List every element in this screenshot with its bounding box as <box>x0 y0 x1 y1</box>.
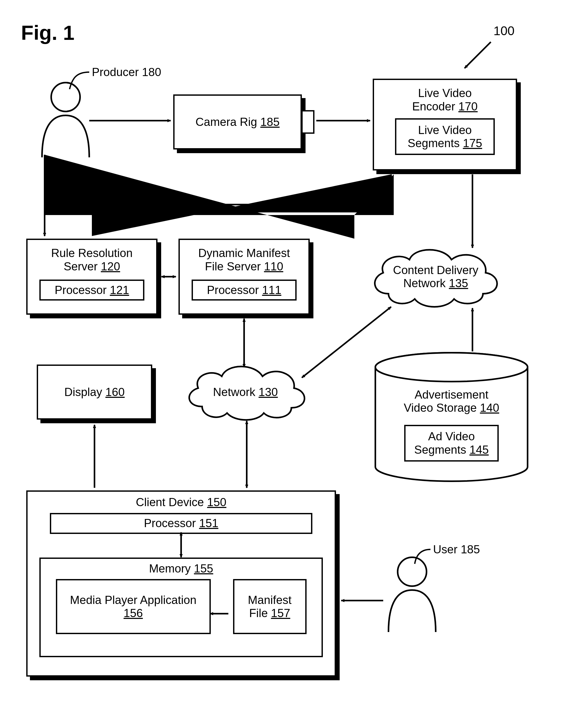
mpa-num: 156 <box>124 607 143 620</box>
rule-server-label-2: Server <box>63 260 98 273</box>
ad-seg-label-1: Ad Video <box>428 430 475 443</box>
manifest-file-box: Manifest File 157 <box>233 579 307 634</box>
mpa-label: Media Player Application <box>70 593 196 607</box>
display-label: Display <box>64 386 102 398</box>
cdn-label-2: Network <box>403 277 445 290</box>
producer-label: Producer 180 <box>92 66 161 79</box>
ref-100: 100 <box>494 24 514 38</box>
svg-point-3 <box>398 557 427 586</box>
producer-icon <box>37 79 94 158</box>
ad-segments-box: Ad Video Segments 145 <box>404 425 499 462</box>
rule-proc-label: Processor <box>55 283 107 296</box>
ad-storage-label: Advertisement Video Storage 140 <box>386 388 517 414</box>
memory-box: Memory 155 Media Player Application 156 … <box>39 558 323 657</box>
manifest-server-num: 110 <box>264 260 283 273</box>
rule-server-box: Rule Resolution Server 120 Processor 121 <box>26 239 157 315</box>
encoder-label-2: Encoder <box>412 100 455 113</box>
ad-seg-label-2: Segments <box>414 443 466 456</box>
manifest-proc-label: Processor <box>207 283 259 296</box>
ad-label-1: Advertisement <box>415 388 488 401</box>
rule-server-label-1: Rule Resolution <box>51 247 133 259</box>
encoder-seg-label-2: Segments <box>408 137 460 149</box>
encoder-seg-num: 175 <box>463 137 482 149</box>
cdn-cloud: Content Delivery Network 135 <box>362 241 509 316</box>
mf-label-1: Manifest <box>248 593 292 607</box>
network-num: 130 <box>258 386 278 398</box>
manifest-server-proc-box: Processor 111 <box>191 280 297 301</box>
client-proc-label: Processor <box>144 517 196 529</box>
camera-rig-box: Camera Rig 185 <box>173 94 302 149</box>
rule-server-num: 120 <box>101 260 120 273</box>
camera-label: Camera Rig <box>195 115 257 128</box>
rule-server-proc-box: Processor 121 <box>39 280 144 301</box>
svg-point-0 <box>51 83 80 111</box>
cdn-num: 135 <box>449 277 468 290</box>
svg-line-4 <box>465 42 491 68</box>
figure-title: Fig. 1 <box>21 21 74 45</box>
display-box: Display 160 <box>37 365 152 420</box>
ad-label-2: Video Storage <box>404 401 477 414</box>
manifest-proc-num: 111 <box>262 283 281 296</box>
mf-label-2: File <box>249 607 268 619</box>
encoder-num: 170 <box>458 100 477 113</box>
camera-num: 185 <box>260 115 279 128</box>
ad-storage-cylinder: Advertisement Video Storage 140 Ad Video… <box>370 351 533 486</box>
encoder-segments-box: Live Video Segments 175 <box>395 118 495 155</box>
user-num: 185 <box>461 543 480 556</box>
manifest-server-label-2: File Server <box>205 260 261 273</box>
network-cloud: Network 130 <box>178 359 315 426</box>
mem-label: Memory <box>149 562 191 575</box>
producer-num: 180 <box>142 66 161 78</box>
cdn-label-1: Content Delivery <box>393 264 478 276</box>
client-proc-num: 151 <box>199 517 218 529</box>
client-device-box: Client Device 150 Processor 151 Memory 1… <box>26 490 336 677</box>
mf-num: 157 <box>271 607 290 619</box>
network-label: Network 130 <box>203 386 288 399</box>
network-label-text: Network <box>213 386 255 398</box>
user-icon <box>383 553 441 633</box>
producer-label-text: Producer <box>92 66 139 78</box>
manifest-server-label-1: Dynamic Manifest <box>198 247 290 259</box>
cdn-label: Content Delivery Network 135 <box>389 264 483 290</box>
rule-proc-num: 121 <box>110 283 129 296</box>
manifest-server-box: Dynamic Manifest File Server 110 Process… <box>178 239 310 315</box>
client-proc-box: Processor 151 <box>50 513 312 534</box>
client-label: Client Device <box>136 496 204 508</box>
client-num: 150 <box>207 496 226 508</box>
camera-notch <box>301 110 315 134</box>
ad-storage-num: 140 <box>480 401 499 414</box>
svg-point-2 <box>375 353 528 382</box>
mem-num: 155 <box>194 562 213 575</box>
display-num: 160 <box>105 386 125 398</box>
encoder-label-1: Live Video <box>418 87 472 99</box>
ad-seg-num: 145 <box>469 443 489 456</box>
encoder-box: Live Video Encoder 170 Live Video Segmen… <box>373 79 517 170</box>
encoder-seg-label-1: Live Video <box>418 124 472 137</box>
media-player-box: Media Player Application 156 <box>56 579 211 634</box>
